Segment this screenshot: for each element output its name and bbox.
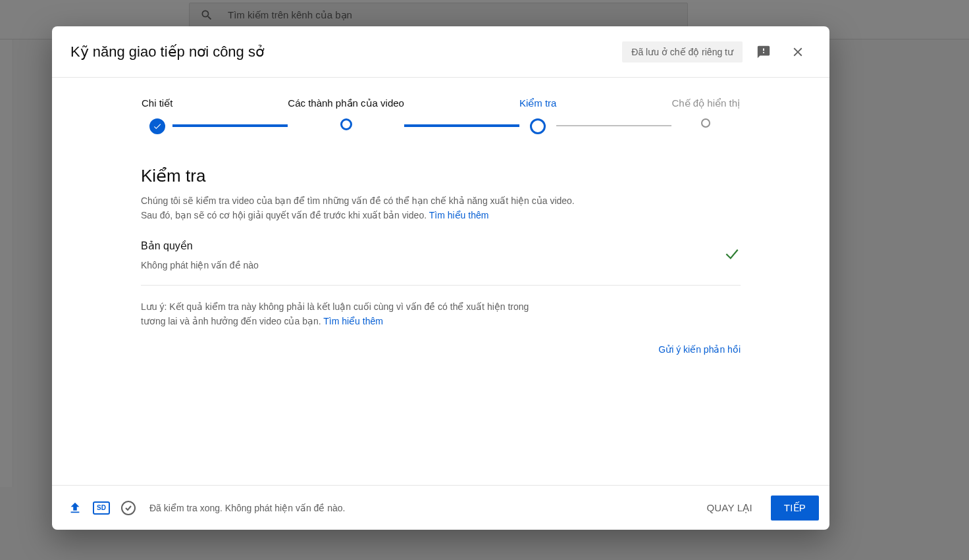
step-visibility[interactable]: Chế độ hiển thị	[671, 97, 740, 128]
note-learn-more-link[interactable]: Tìm hiểu thêm	[323, 316, 383, 326]
step-connector	[172, 124, 288, 127]
svg-point-0	[122, 501, 135, 515]
feedback-icon	[756, 45, 771, 59]
note-text: Lưu ý: Kết quả kiểm tra này không phải l…	[141, 300, 549, 328]
step-dot-disabled	[701, 118, 710, 128]
copyright-title: Bản quyền	[141, 240, 259, 252]
footer-icons: SD	[63, 500, 136, 516]
step-elements[interactable]: Các thành phần của video	[288, 97, 404, 130]
step-dot-active	[530, 118, 546, 134]
step-dot-done	[149, 118, 165, 134]
back-button[interactable]: QUAY LẠI	[696, 496, 762, 521]
close-icon	[791, 45, 805, 59]
save-status-badge: Đã lưu ở chế độ riêng tư	[622, 41, 743, 63]
step-connector	[404, 124, 519, 127]
send-feedback-link[interactable]: Gửi ý kiến phản hồi	[658, 344, 741, 355]
close-button[interactable]	[785, 39, 811, 65]
step-label: Kiểm tra	[519, 97, 557, 109]
step-label: Chi tiết	[142, 97, 172, 109]
sd-badge: SD	[93, 501, 110, 515]
copyright-row: Bản quyền Không phát hiện vấn đề nào	[141, 240, 741, 286]
dialog-footer: SD Đã kiểm tra xong. Không phát hiện vấn…	[52, 485, 829, 530]
upload-dialog: Kỹ năng giao tiếp nơi công sở Đã lưu ở c…	[52, 26, 829, 530]
footer-status-text: Đã kiểm tra xong. Không phát hiện vấn đề…	[149, 503, 688, 513]
feedback-row: Gửi ý kiến phản hồi	[141, 344, 741, 355]
step-checks[interactable]: Kiểm tra	[519, 97, 557, 134]
check-circle-icon	[120, 500, 136, 516]
copyright-status: Không phát hiện vấn đề nào	[141, 260, 259, 270]
step-label: Các thành phần của video	[288, 97, 404, 109]
dialog-title: Kỹ năng giao tiếp nơi công sở	[70, 43, 614, 61]
stepper: Chi tiết Các thành phần của video Kiểm t…	[52, 78, 829, 134]
dialog-header: Kỹ năng giao tiếp nơi công sở Đã lưu ở c…	[52, 26, 829, 78]
step-details[interactable]: Chi tiết	[142, 97, 172, 134]
check-icon	[723, 245, 741, 265]
dialog-content: Kiểm tra Chúng tôi sẽ kiểm tra video của…	[52, 134, 829, 485]
upload-icon	[68, 501, 82, 515]
step-dot-mid	[340, 118, 352, 130]
learn-more-link[interactable]: Tìm hiểu thêm	[429, 210, 489, 220]
step-label: Chế độ hiển thị	[671, 97, 740, 109]
feedback-icon-button[interactable]	[750, 39, 777, 65]
section-description: Chúng tôi sẽ kiểm tra video của bạn để t…	[141, 194, 575, 222]
section-heading: Kiểm tra	[141, 166, 741, 186]
next-button[interactable]: TIẾP	[771, 496, 819, 521]
step-connector	[556, 125, 671, 126]
